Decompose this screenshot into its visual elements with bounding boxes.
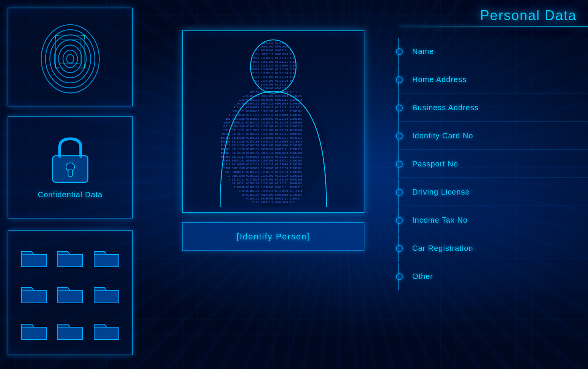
fingerprint-panel xyxy=(8,8,133,106)
svg-rect-52 xyxy=(22,327,46,339)
field-identity-card: Identity Card No xyxy=(398,122,588,150)
svg-text:01101100 01100100 00001101 000: 01101100 01100100 00001101 00001010 0100… xyxy=(203,110,302,113)
svg-rect-53 xyxy=(58,327,82,339)
svg-text:01101100 01101100 01101111 001: 01101100 01101100 01101111 00100000 0101… xyxy=(203,106,302,109)
folder-icon-1 xyxy=(18,240,50,272)
svg-point-33 xyxy=(66,54,74,63)
person-frame: 01001000 01100101 01101100 01101100 0110… xyxy=(182,30,364,213)
svg-text:01101100 01100100 00001101 000: 01101100 01100100 00001101 00001010 0100… xyxy=(203,159,302,162)
svg-rect-54 xyxy=(94,327,119,339)
svg-text:01101100 01101100 01101111 001: 01101100 01101100 01101111 00100000 0101… xyxy=(203,155,302,158)
svg-text:01101100 01101111 00100000 010: 01101100 01101111 00100000 01010111 0110… xyxy=(203,163,302,166)
svg-text:00001010 01001000 01100101 011: 00001010 01001000 01100101 01101100 0110… xyxy=(203,83,302,86)
folder-icon-4 xyxy=(18,276,50,309)
lock-panel: Confidential Data xyxy=(8,116,133,219)
svg-text:01100101 01101100 01101100 011: 01100101 01101100 01101100 01101111 0010… xyxy=(203,148,302,151)
svg-text:01110010 01101100 01100100 000: 01110010 01101100 01100100 00001101 0000… xyxy=(203,201,302,204)
folders-panel xyxy=(8,230,133,355)
svg-text:01110010 01101100 01100100 000: 01110010 01101100 01100100 00001101 0000… xyxy=(203,152,302,155)
field-passport: Passport No xyxy=(398,150,588,178)
svg-point-35 xyxy=(58,45,82,73)
center-panel: 01001000 01100101 01101100 01101100 0110… xyxy=(159,30,387,251)
folder-icon-8 xyxy=(54,313,86,345)
folder-icon-6 xyxy=(90,276,123,309)
svg-rect-44 xyxy=(68,170,72,176)
lock-icon xyxy=(47,135,93,185)
svg-point-34 xyxy=(63,50,77,68)
svg-text:01110010 01101100 01100100 000: 01110010 01101100 01100100 00001101 0000… xyxy=(203,102,302,105)
folder-icon-2 xyxy=(54,240,86,272)
svg-rect-51 xyxy=(94,291,119,303)
svg-text:01010111 01101111 01110010 011: 01010111 01101111 01110010 01101100 0110… xyxy=(203,136,302,139)
person-silhouette: 01001000 01100101 01101100 01101100 0110… xyxy=(201,36,345,207)
svg-text:01001000 01100101 01101100 011: 01001000 01100101 01101100 01101100 0110… xyxy=(203,91,302,94)
svg-rect-47 xyxy=(58,255,82,267)
svg-text:01101111 00100000 01010111 011: 01101111 00100000 01010111 01101111 0111… xyxy=(203,171,302,174)
data-fields-panel: Name Home Address Business Address Ident… xyxy=(398,38,588,291)
svg-text:01100100 00001101 00001010 010: 01100100 00001101 00001010 01001000 0110… xyxy=(203,167,302,170)
svg-text:00001010 01001000 01100101 011: 00001010 01001000 01100101 01101100 0110… xyxy=(203,133,302,136)
svg-text:01100100 00001101 00001010 010: 01100100 00001101 00001010 01001000 0110… xyxy=(203,68,302,71)
svg-text:01001000 01100101 01101100 011: 01001000 01100101 01101100 01101100 0110… xyxy=(203,41,302,44)
svg-text:01100101 01101100 01101100 011: 01100101 01101100 01101100 01101111 0010… xyxy=(203,49,302,52)
svg-text:01010111 01101111 01110010 011: 01010111 01101111 01110010 01101100 0110… xyxy=(203,186,302,189)
field-driving-license: Driving License xyxy=(398,179,588,206)
confidential-label: Confidential Data xyxy=(38,190,102,199)
folder-icon-3 xyxy=(90,240,123,272)
identify-person-label: [Identify Person] xyxy=(182,222,364,251)
field-other: Other xyxy=(398,263,588,290)
svg-text:01100100 00001101 00001010 010: 01100100 00001101 00001010 01001000 0110… xyxy=(203,117,302,120)
svg-rect-46 xyxy=(22,255,46,267)
svg-rect-49 xyxy=(22,291,46,303)
svg-text:01101100 01100100 00001101 000: 01101100 01100100 00001101 00001010 0100… xyxy=(203,60,302,63)
svg-text:01101100 01101100 01101111 001: 01101100 01101100 01101111 00100000 0101… xyxy=(203,57,302,60)
svg-text:01100101 01101100 01101100 011: 01100101 01101100 01101100 01101111 0010… xyxy=(203,197,302,200)
page-title: Personal Data xyxy=(480,8,577,27)
svg-point-37 xyxy=(50,35,90,83)
svg-text:01101111 00100000 01010111 011: 01101111 00100000 01010111 01101111 0111… xyxy=(203,72,302,75)
svg-text:01101111 01110010 01101100 011: 01101111 01110010 01101100 01100100 0000… xyxy=(203,144,302,147)
field-business-address: Business Address xyxy=(398,94,588,122)
svg-text:01101100 01101111 00100000 010: 01101100 01101111 00100000 01010111 0110… xyxy=(203,114,302,117)
title-underline xyxy=(398,26,588,27)
svg-text:01100101 01101100 01101100 011: 01100101 01101100 01101100 01101111 0010… xyxy=(203,98,302,101)
svg-text:01001000 01100101 01101100 011: 01001000 01100101 01101100 01101100 0110… xyxy=(203,190,302,193)
fingerprint-icon xyxy=(32,15,108,99)
svg-point-38 xyxy=(46,30,95,88)
svg-text:00001101 00001010 01001000 011: 00001101 00001010 01001000 01100101 0110… xyxy=(203,125,302,128)
svg-text:00100000 01010111 01101111 011: 00100000 01010111 01101111 01110010 0110… xyxy=(203,79,302,82)
svg-rect-48 xyxy=(94,255,119,267)
svg-text:01101111 00100000 01010111 011: 01101111 00100000 01010111 01101111 0111… xyxy=(203,121,302,124)
svg-text:01101100 01101111 00100000 010: 01101100 01101111 00100000 01010111 0110… xyxy=(203,64,302,67)
field-car-registration: Car Registration xyxy=(398,235,588,262)
field-name: Name xyxy=(398,38,588,65)
svg-text:00100000 01010111 01101111 011: 00100000 01010111 01101111 01110010 0110… xyxy=(203,129,302,132)
folder-icon-7 xyxy=(18,313,50,345)
field-home-address: Home Address xyxy=(398,66,588,93)
svg-text:00001010 01001000 01100101 011: 00001010 01001000 01100101 01101100 0110… xyxy=(203,182,302,185)
svg-text:00001101 00001010 01001000 011: 00001101 00001010 01001000 01100101 0110… xyxy=(203,174,302,177)
svg-rect-50 xyxy=(58,291,82,303)
folder-icon-5 xyxy=(54,276,86,309)
field-income-tax: Income Tax No xyxy=(398,207,588,234)
svg-text:01101111 01110010 01101100 011: 01101111 01110010 01101100 01100100 0000… xyxy=(203,193,302,196)
svg-text:00100000 01010111 01101111 011: 00100000 01010111 01101111 01110010 0110… xyxy=(203,178,302,181)
folder-icon-9 xyxy=(90,313,123,345)
svg-text:01001000 01100101 01101100 011: 01001000 01100101 01101100 01101100 0110… xyxy=(203,140,302,143)
